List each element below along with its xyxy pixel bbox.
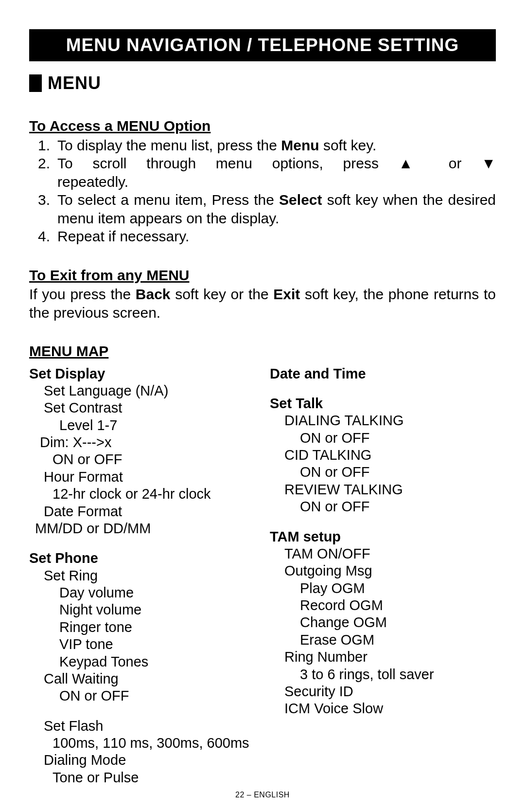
cid-talking: CID TALKING <box>270 447 496 464</box>
access-block: To Access a MENU Option To display the m… <box>29 117 496 246</box>
down-arrow-icon: ▼ <box>481 155 496 171</box>
set-phone-head: Set Phone <box>29 550 255 567</box>
text: To scroll through menu options, press <box>57 155 399 171</box>
text: soft key. <box>319 137 377 153</box>
outgoing-msg: Outgoing Msg <box>270 562 496 579</box>
ring-opt: 3 to 6 rings, toll saver <box>270 666 496 683</box>
step-2-line-2: repeatedly. <box>57 173 496 191</box>
call-waiting: Call Waiting <box>29 670 255 687</box>
tam-onoff: TAM ON/OFF <box>270 545 496 562</box>
step-4: Repeat if necessary. <box>57 227 496 246</box>
review-talking: REVIEW TALKING <box>270 481 496 498</box>
keypad-tones: Keypad Tones <box>29 653 255 670</box>
vip-tone: VIP tone <box>29 636 255 653</box>
exit-paragraph: If you press the Back soft key or the Ex… <box>29 285 496 322</box>
date-time-head: Date and Time <box>270 365 496 382</box>
page-footer: 22 – ENGLISH <box>0 791 525 799</box>
night-volume: Night volume <box>29 601 255 618</box>
cid-onoff: ON or OFF <box>270 464 496 481</box>
menu-map-heading: MENU MAP <box>29 342 496 361</box>
contrast-level: Level 1-7 <box>29 417 255 434</box>
text: soft key or the <box>171 286 274 302</box>
date-opt: MM/DD or DD/MM <box>29 520 255 537</box>
set-ring: Set Ring <box>29 567 255 584</box>
flash-opt: 100ms, 110 ms, 300ms, 600ms <box>29 735 255 752</box>
dialing-talking: DIALING TALKING <box>270 412 496 429</box>
dial-opt: Tone or Pulse <box>29 769 255 786</box>
ringer-tone: Ringer tone <box>29 619 255 636</box>
set-contrast: Set Contrast <box>29 399 255 416</box>
hour-format: Hour Format <box>29 469 255 486</box>
exit-key: Exit <box>273 286 300 302</box>
dim: Dim: X--->x <box>29 434 255 451</box>
menu-map-columns: Set Display Set Language (N/A) Set Contr… <box>29 365 496 787</box>
text: or <box>429 155 481 171</box>
step-3: To select a menu item, Press the Select … <box>57 191 496 227</box>
erase-ogm: Erase OGM <box>270 632 496 649</box>
change-ogm: Change OGM <box>270 614 496 631</box>
exit-heading: To Exit from any MENU <box>29 266 496 285</box>
ring-number: Ring Number <box>270 649 496 666</box>
bullet-block-icon <box>29 74 42 92</box>
hour-opt: 12-hr clock or 24-hr clock <box>29 486 255 503</box>
access-heading: To Access a MENU Option <box>29 117 496 135</box>
page-banner: MENU NAVIGATION / TELEPHONE SETTING <box>29 29 496 61</box>
day-volume: Day volume <box>29 584 255 601</box>
col-right: Date and Time Set Talk DIALING TALKING O… <box>270 365 496 787</box>
exit-block: To Exit from any MENU If you press the B… <box>29 266 496 322</box>
section-title: MENU <box>48 73 101 93</box>
up-arrow-icon: ▲ <box>399 155 429 171</box>
menu-key: Menu <box>281 137 319 153</box>
step-1: To display the menu list, press the Menu… <box>57 136 496 155</box>
dt-onoff: ON or OFF <box>270 430 496 447</box>
section-header: MENU <box>29 73 496 93</box>
set-talk-head: Set Talk <box>270 395 496 412</box>
select-key: Select <box>279 192 322 208</box>
step-2: To scroll through menu options, press ▲ … <box>57 154 496 191</box>
text: If you press the <box>29 286 136 302</box>
col-left: Set Display Set Language (N/A) Set Contr… <box>29 365 255 787</box>
text: To display the menu list, press the <box>57 137 281 153</box>
access-steps: To display the menu list, press the Menu… <box>29 136 496 246</box>
step-2-line-1: To scroll through menu options, press ▲ … <box>57 154 496 173</box>
icm-voice-slow: ICM Voice Slow <box>270 700 496 717</box>
text: To select a menu item, Press the <box>57 192 279 208</box>
back-key: Back <box>136 286 171 302</box>
security-id: Security ID <box>270 683 496 700</box>
dim-onoff: ON or OFF <box>29 451 255 468</box>
cw-onoff: ON or OFF <box>29 687 255 704</box>
set-flash: Set Flash <box>29 718 255 735</box>
set-display-head: Set Display <box>29 365 255 382</box>
rev-onoff: ON or OFF <box>270 498 496 515</box>
dialing-mode: Dialing Mode <box>29 752 255 769</box>
record-ogm: Record OGM <box>270 597 496 614</box>
play-ogm: Play OGM <box>270 580 496 597</box>
tam-head: TAM setup <box>270 528 496 545</box>
set-language: Set Language (N/A) <box>29 382 255 399</box>
menu-map-block: MENU MAP Set Display Set Language (N/A) … <box>29 342 496 786</box>
date-format: Date Format <box>29 503 255 520</box>
